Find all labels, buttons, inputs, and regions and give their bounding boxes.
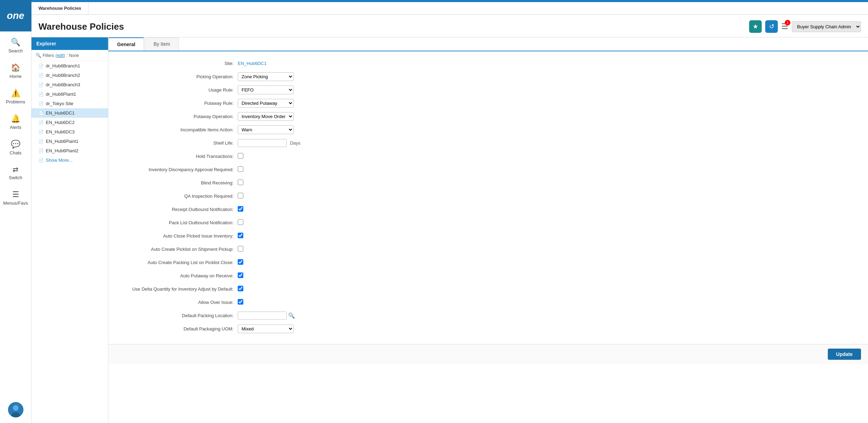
putaway-rule-label: Putaway Rule: [119,101,238,106]
sidebar-item-alerts[interactable]: 🔔 Alerts [0,109,31,135]
form-row-usage-rule: Usage Rule: FEFO FIFO LIFO [119,85,858,95]
menu-icon: ☰ [12,190,19,199]
doc-icon: 📄 [38,139,44,144]
inventory-discrepancy-label: Inventory Discrepancy Approval Required: [119,167,238,172]
form-row-hold-transactions: Hold Transactions: [119,151,858,161]
form-area: General By Item Site: EN_Hub6DC1 Picking [108,37,868,423]
header-actions: ★ ↺ ☰ 1 Buyer Supply Chain Admin Admin O… [749,20,861,33]
item-label: Show More... [46,158,73,163]
inventory-discrepancy-checkbox[interactable] [238,166,243,172]
explorer-item-en-hub6dc3[interactable]: 📄 EN_Hub6DC3 [31,127,108,137]
explorer-item-en-hub6plant2[interactable]: 📄 EN_Hub6Plant2 [31,146,108,155]
form-row-incompatible-items: Incompatible Items Action: Warn Block Al… [119,125,858,134]
form-row-auto-create-picklist: Auto Create Picklist on Shipment Pickup: [119,244,858,254]
usage-rule-value: FEFO FIFO LIFO [238,86,858,94]
doc-icon: 📄 [38,92,44,97]
form-row-shelf-life: Shelf Life: Days [119,138,858,148]
usage-rule-select[interactable]: FEFO FIFO LIFO [238,86,294,94]
allow-over-issue-checkbox[interactable] [238,299,243,305]
tab-label: By Item [153,41,170,47]
item-label: EN_Hub6DC1 [46,110,74,116]
page-header: Warehouse Policies ★ ↺ ☰ 1 Buyer Supply … [31,15,868,37]
auto-create-picklist-checkbox[interactable] [238,246,243,251]
incompatible-items-select[interactable]: Warn Block Allow [238,125,294,134]
filters-value: None [69,53,79,58]
explorer-item-en-hub6dc1[interactable]: 📄 EN_Hub6DC1 [31,108,108,118]
form-row-putaway-operation: Putaway Operation: Inventory Move Order … [119,111,858,121]
picking-operation-select[interactable]: Zone Picking Bulk Picking Single Picking [238,72,294,81]
refresh-button[interactable]: ↺ [765,20,778,33]
receipt-outbound-checkbox[interactable] [238,206,243,212]
shelf-life-value: Days [238,139,858,147]
sidebar-item-menus[interactable]: ☰ Menus/Favs [0,185,31,211]
hold-transactions-checkbox[interactable] [238,153,243,159]
default-packaging-uom-select[interactable]: Mixed Each Case Pallet [238,324,294,333]
explorer-item-dr-hub6branch3[interactable]: 📄 dr_Hub6Branch3 [31,80,108,89]
filter-edit-link[interactable]: (edit) [56,53,65,58]
filters-label: Filters [43,53,54,58]
default-packing-location-input[interactable] [238,312,287,320]
form-footer: Update [108,344,868,364]
tab-by-item[interactable]: By Item [145,37,179,51]
sidebar-item-label: Problems [6,99,25,104]
form-row-auto-close-picked: Auto Close Picked Issue Inventory: [119,231,858,241]
doc-icon: 📄 [38,130,44,134]
shelf-life-input[interactable] [238,139,287,147]
site-link[interactable]: EN_Hub6DC1 [238,61,266,66]
form-row-site: Site: EN_Hub6DC1 [119,58,858,68]
hamburger-button[interactable]: ☰ 1 [781,22,788,31]
sidebar-item-search[interactable]: 🔍 Search [0,33,31,58]
putaway-operation-select[interactable]: Inventory Move Order Put Away Task [238,112,294,121]
auto-close-picked-label: Auto Close Picked Issue Inventory: [119,233,238,239]
qa-inspection-checkbox[interactable] [238,193,243,198]
putaway-operation-value: Inventory Move Order Put Away Task [238,112,858,121]
update-button[interactable]: Update [828,349,861,360]
allow-over-issue-value [238,299,858,306]
svg-point-1 [13,405,19,411]
explorer-item-en-hub6dc2[interactable]: 📄 EN_Hub6DC2 [31,118,108,127]
sidebar-item-switch[interactable]: ⇄ Switch [0,160,31,185]
auto-create-packing-checkbox[interactable] [238,259,243,265]
explorer-item-show-more[interactable]: 📄 Show More... [31,155,108,165]
sidebar-item-label: Home [9,74,22,79]
hold-transactions-label: Hold Transactions: [119,154,238,159]
tab-warehouse-policies[interactable]: Warehouse Policies [31,2,88,14]
user-role-select[interactable]: Buyer Supply Chain Admin Admin Operator [792,21,861,32]
auto-close-picked-checkbox[interactable] [238,233,243,238]
blind-receiving-checkbox[interactable] [238,180,243,185]
item-label: EN_Hub6DC2 [46,120,74,125]
use-delta-quantity-checkbox[interactable] [238,286,243,291]
blind-receiving-label: Blind Receiving: [119,180,238,185]
picking-operation-label: Picking Operation: [119,74,238,79]
explorer-item-dr-hub6branch2[interactable]: 📄 dr_Hub6Branch2 [31,71,108,80]
favorite-button[interactable]: ★ [749,20,762,33]
use-delta-quantity-value [238,286,858,292]
sidebar-item-chats[interactable]: 💬 Chats [0,135,31,160]
packing-location-search-button[interactable]: 🔍 [288,312,295,319]
pack-list-outbound-checkbox[interactable] [238,219,243,225]
explorer-item-dr-tokyo-site[interactable]: 📄 dr_Tokyo Site [31,99,108,108]
explorer-item-dr-hub6plant1[interactable]: 📄 dr_Hub6Plant1 [31,89,108,99]
explorer-item-en-hub6plant1[interactable]: 📄 EN_Hub6Plant1 [31,137,108,146]
putaway-rule-select[interactable]: Directed Putaway Fixed Location Empty Lo… [238,99,294,108]
pack-list-outbound-value [238,219,858,226]
sidebar-item-label: Chats [10,150,22,155]
sidebar-item-problems[interactable]: ⚠️ Problems [0,84,31,109]
auto-putaway-checkbox[interactable] [238,272,243,278]
form-row-allow-over-issue: Allow Over Issue: [119,297,858,307]
tab-general[interactable]: General [108,37,144,51]
default-packaging-uom-label: Default Packaging UOM: [119,326,238,331]
site-label: Site: [119,61,238,66]
user-avatar[interactable] [8,402,23,417]
page-title: Warehouse Policies [38,21,124,32]
explorer-item-dr-hub6branch1[interactable]: 📄 dr_Hub6Branch1 [31,61,108,71]
qa-inspection-label: QA Inspection Required: [119,194,238,199]
sidebar-item-home[interactable]: 🏠 Home [0,58,31,84]
receipt-outbound-label: Receipt Outbound Notification: [119,207,238,212]
auto-create-picklist-label: Auto Create Picklist on Shipment Pickup: [119,247,238,252]
putaway-operation-label: Putaway Operation: [119,114,238,119]
app-logo[interactable]: one [0,0,31,31]
form-row-blind-receiving: Blind Receiving: [119,178,858,188]
doc-icon: 📄 [38,158,44,163]
form-row-qa-inspection: QA Inspection Required: [119,191,858,201]
